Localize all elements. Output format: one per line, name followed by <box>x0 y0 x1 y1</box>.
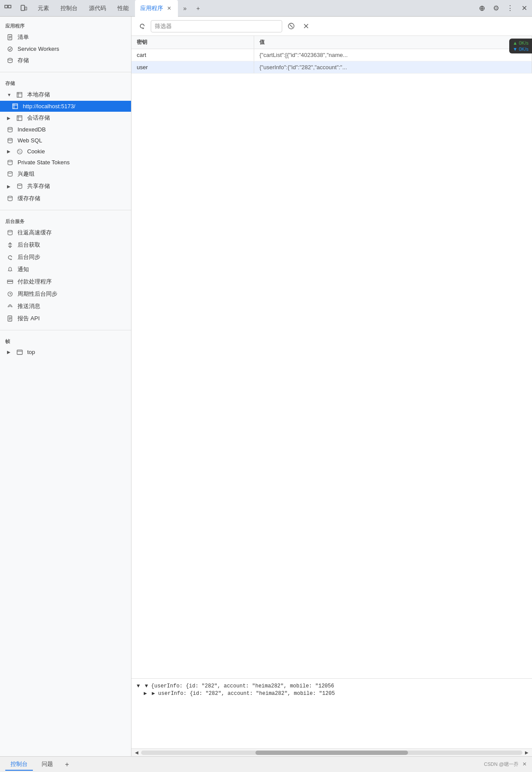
background-sync-label: 后台同步 <box>18 253 126 261</box>
status-tab-issues[interactable]: 问题 <box>36 758 58 771</box>
tab-console[interactable]: 控制台 <box>55 0 83 17</box>
table-row[interactable]: cart {"cartList":[{"id":"4023638","name.… <box>131 49 532 61</box>
settings-icon[interactable]: ⚙ <box>490 2 502 14</box>
close-filter-button[interactable] <box>300 20 312 32</box>
column-header-value: 值 <box>254 36 532 49</box>
tab-elements[interactable]: 元素 <box>32 0 54 17</box>
background-fetch-label: 后台获取 <box>18 241 126 249</box>
sidebar-item-reporting-api[interactable]: 报告 API <box>0 312 131 325</box>
sidebar-item-localhost[interactable]: http://localhost:5173/ <box>0 101 131 112</box>
close-status-icon[interactable]: ✕ <box>522 761 527 767</box>
data-table: 密钥 值 cart {"cartList":[{"id":"4023638","… <box>131 36 532 678</box>
back-forward-cache-icon <box>7 230 14 236</box>
detail-expand-icon-1[interactable]: ▶ <box>144 691 147 697</box>
session-storage-label: 会话存储 <box>27 114 126 122</box>
scroll-left-arrow[interactable]: ◀ <box>133 750 140 756</box>
sidebar-section-frames: 帧 ▶ top <box>0 332 131 361</box>
sidebar-item-periodic-bg-sync[interactable]: 周期性后台同步 <box>0 288 131 300</box>
refresh-button[interactable] <box>136 20 148 32</box>
clear-button[interactable] <box>285 20 297 32</box>
tab-performance[interactable]: 性能 <box>112 0 134 17</box>
tab-actions: ⚙ ⋮ ✕ <box>476 2 530 14</box>
sidebar-item-web-sql[interactable]: Web SQL <box>0 135 131 146</box>
device-mode-icon[interactable] <box>18 2 30 14</box>
scroll-thumb[interactable] <box>255 751 408 755</box>
tab-elements-label: 元素 <box>38 4 49 12</box>
sidebar-item-cache-storage[interactable]: 缓存存储 <box>0 192 131 205</box>
sidebar-item-background-sync[interactable]: 后台同步 <box>0 251 131 263</box>
speed-up-value: 0K/s <box>519 40 528 46</box>
tab-application[interactable]: 应用程序 ✕ <box>135 0 178 17</box>
payment-handler-icon <box>7 279 14 285</box>
inspect-icon[interactable] <box>2 2 14 14</box>
session-storage-toggle[interactable]: ▶ <box>7 116 13 120</box>
web-sql-label: Web SQL <box>18 137 126 144</box>
shared-storage-icon <box>17 183 24 189</box>
private-state-tokens-icon <box>7 159 14 166</box>
svg-rect-18 <box>17 116 22 120</box>
sidebar-item-back-forward-cache[interactable]: 往返高速缓存 <box>0 227 131 239</box>
detail-panel: ▼ ▼ {userInfo: {id: "282", account: "hei… <box>131 678 532 748</box>
tab-new-icon[interactable]: + <box>192 2 204 14</box>
sidebar-section-storage: 存储 ▼ 本地存储 http://localhost:5173/ ▶ <box>0 74 131 208</box>
status-tab-add[interactable]: + <box>62 759 72 770</box>
sidebar-item-session-storage[interactable]: ▶ 会话存储 <box>0 112 131 124</box>
session-storage-icon <box>17 115 24 121</box>
payment-handler-label: 付款处理程序 <box>18 278 126 286</box>
interest-group-label: 兴趣组 <box>18 170 126 178</box>
interest-group-icon <box>7 171 14 177</box>
svg-point-31 <box>8 172 12 174</box>
sidebar-item-storage-main[interactable]: 存储 <box>0 54 131 67</box>
svg-rect-12 <box>17 92 22 97</box>
sidebar-item-push-messaging[interactable]: 推送消息 <box>0 300 131 312</box>
sidebar: 应用程序 清单 Service Workers 存储 <box>0 17 131 756</box>
svg-rect-0 <box>5 5 7 8</box>
status-bar: 控制台 问题 + CSDN @嗯一乔 ✕ <box>0 756 532 772</box>
tab-application-close-icon[interactable]: ✕ <box>166 5 173 12</box>
sidebar-item-local-storage[interactable]: ▼ 本地存储 <box>0 89 131 101</box>
speed-down-value: 0K/s <box>519 46 528 52</box>
sidebar-item-interest-group[interactable]: 兴趣组 <box>0 168 131 180</box>
table-cell-key-1: user <box>131 61 254 73</box>
sidebar-item-notifications[interactable]: 通知 <box>0 263 131 276</box>
manifest-label: 清单 <box>18 33 126 41</box>
filter-input[interactable] <box>151 20 282 32</box>
tab-more-icon[interactable]: » <box>179 2 191 14</box>
table-cell-value-1: {"userInfo":{"id":"282","account":"... <box>254 61 532 73</box>
detail-expand-icon[interactable]: ▼ <box>137 683 140 689</box>
sidebar-item-indexeddb[interactable]: IndexedDB <box>0 124 131 135</box>
svg-rect-15 <box>13 104 18 109</box>
status-tab-console[interactable]: 控制台 <box>5 758 33 771</box>
shared-storage-toggle[interactable]: ▶ <box>7 184 13 189</box>
sidebar-item-background-fetch[interactable]: 后台获取 <box>0 239 131 251</box>
sidebar-item-service-workers[interactable]: Service Workers <box>0 43 131 54</box>
sidebar-item-top-frame[interactable]: ▶ top <box>0 347 131 358</box>
local-storage-toggle[interactable]: ▼ <box>7 92 13 97</box>
cookie-icon <box>17 149 24 155</box>
more-options-icon[interactable]: ⋮ <box>504 2 516 14</box>
tab-bar: 元素 控制台 源代码 性能 应用程序 ✕ » + ⚙ ⋮ ✕ <box>0 0 532 17</box>
scroll-right-arrow[interactable]: ▶ <box>523 750 530 756</box>
sidebar-item-private-state-tokens[interactable]: Private State Tokens <box>0 157 131 168</box>
reporting-api-icon <box>7 315 14 322</box>
indexeddb-icon <box>7 127 14 133</box>
scroll-track[interactable] <box>141 751 522 755</box>
cookie-toggle[interactable]: ▶ <box>7 149 13 154</box>
tab-sources[interactable]: 源代码 <box>84 0 111 17</box>
sidebar-section-background: 后台服务 往返高速缓存 后台获取 后台同步 <box>0 212 131 328</box>
top-frame-icon <box>17 349 24 355</box>
sidebar-item-shared-storage[interactable]: ▶ 共享存储 <box>0 180 131 192</box>
notifications-label: 通知 <box>18 266 126 273</box>
horizontal-scrollbar[interactable]: ◀ ▶ <box>131 748 532 756</box>
table-empty-space <box>131 74 532 678</box>
tab-performance-label: 性能 <box>117 4 129 12</box>
sidebar-item-cookie[interactable]: ▶ Cookie <box>0 146 131 157</box>
sidebar-item-manifest[interactable]: 清单 <box>0 31 131 43</box>
close-devtools-icon[interactable]: ✕ <box>518 2 530 14</box>
sidebar-item-payment-handler[interactable]: 付款处理程序 <box>0 276 131 288</box>
remote-devices-icon[interactable] <box>476 2 488 14</box>
table-row[interactable]: user {"userInfo":{"id":"282","account":"… <box>131 61 532 74</box>
top-frame-toggle[interactable]: ▶ <box>7 350 13 354</box>
svg-rect-44 <box>17 350 22 354</box>
column-header-key: 密钥 <box>131 36 254 49</box>
